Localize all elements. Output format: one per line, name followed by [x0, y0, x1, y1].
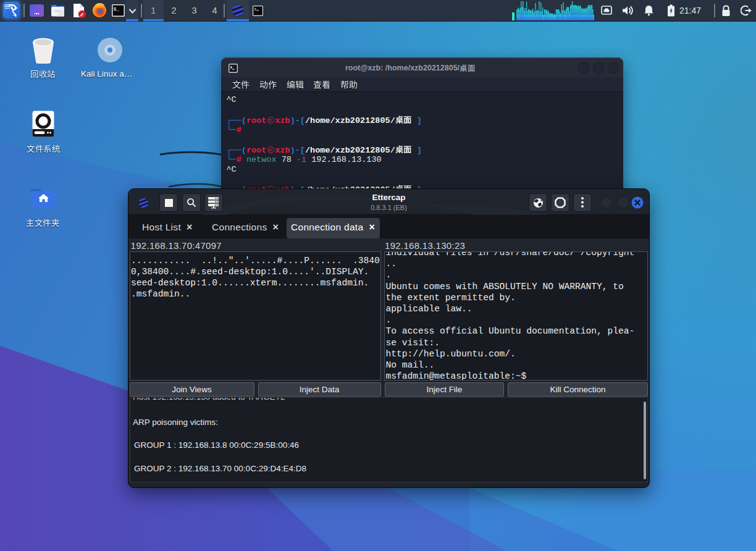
- svg-text:$_: $_: [114, 6, 120, 12]
